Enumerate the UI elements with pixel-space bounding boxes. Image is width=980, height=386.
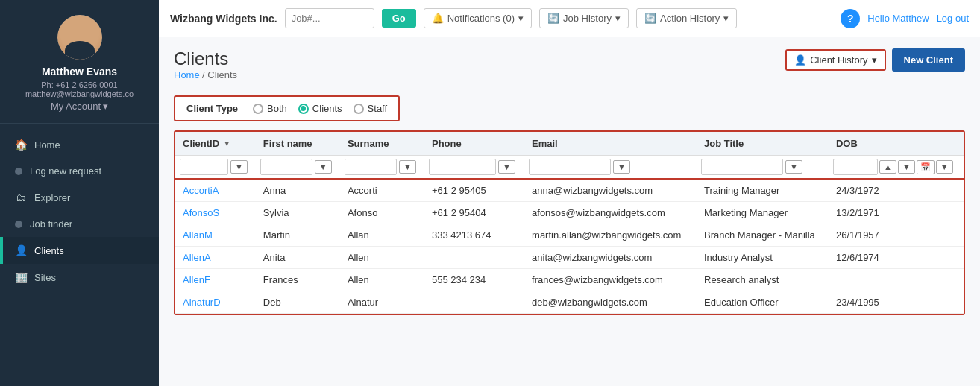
filter-phone: ▼ [424, 156, 524, 180]
person-icon: 👤 [15, 244, 27, 256]
filter-phone-button[interactable]: ▼ [498, 160, 515, 174]
cell-email: anita@wizbangwidgets.com [524, 247, 697, 269]
cell-first-name: Anita [256, 247, 340, 269]
filter-surname: ▼ [340, 156, 424, 180]
sidebar-item-label: Explorer [34, 192, 70, 203]
radio-group: Both Clients Staff [253, 103, 387, 114]
page-header: Clients Home / Clients 👤 Client History … [174, 48, 965, 92]
content-area: Clients Home / Clients 👤 Client History … [159, 37, 980, 386]
filter-email-input[interactable] [529, 159, 611, 175]
action-history-button[interactable]: 🔄 Action History ▾ [636, 8, 737, 28]
filter-surname-input[interactable] [345, 159, 397, 175]
main-area: Wizbang Widgets Inc. Go 🔔 Notifications … [159, 0, 980, 386]
job-search-input[interactable] [285, 8, 374, 28]
cell-surname: Afonso [340, 202, 424, 224]
hello-user-link[interactable]: Hello Matthew [867, 13, 929, 24]
sidebar: Matthew Evans Ph: +61 2 6266 0001 matthe… [0, 0, 159, 386]
cell-client-id: AlnaturD [175, 291, 256, 314]
filter-client-id-button[interactable]: ▼ [230, 160, 248, 174]
topnav: Wizbang Widgets Inc. Go 🔔 Notifications … [159, 0, 980, 37]
logout-link[interactable]: Log out [937, 13, 969, 24]
radio-both-label: Both [267, 103, 287, 114]
client-id-link[interactable]: AllanM [183, 230, 213, 241]
filter-job-title-input[interactable] [701, 159, 783, 175]
client-id-link[interactable]: AfonsoS [183, 207, 219, 218]
cell-job-title: Marketing Manager [697, 202, 829, 224]
cell-client-id: AllanM [175, 224, 256, 247]
col-first-name: First name [256, 132, 340, 156]
table-row: AccortiA Anna Accorti +61 2 95405 anna@w… [175, 179, 964, 202]
client-type-label: Client Type [186, 103, 238, 114]
go-button[interactable]: Go [382, 9, 416, 28]
filter-dob-spin-down[interactable]: ▼ [898, 160, 915, 174]
filter-client-id-input[interactable] [180, 159, 228, 175]
cell-dob: 12/6/1974 [829, 247, 964, 269]
client-id-link[interactable]: AllenA [183, 252, 211, 263]
cell-dob: 24/3/1972 [829, 179, 964, 202]
cell-job-title: Education Officer [697, 291, 829, 314]
sidebar-item-log-new-request[interactable]: Log new request [0, 158, 159, 184]
client-type-filter: Client Type Both Clients Staff [174, 95, 400, 121]
filter-dob-filter-button[interactable]: ▼ [936, 160, 953, 174]
chevron-down-icon: ▾ [103, 101, 108, 112]
sidebar-item-clients[interactable]: 👤 Clients [0, 237, 159, 264]
cell-job-title: Training Manager [697, 179, 829, 202]
filter-dob-calendar-button[interactable]: 📅 [917, 160, 935, 174]
sidebar-item-label: Job finder [30, 218, 72, 230]
filter-client-id: ▼ [175, 156, 256, 180]
sidebar-item-job-finder[interactable]: Job finder [0, 211, 159, 237]
sidebar-item-home[interactable]: 🏠 Home [0, 131, 159, 158]
cell-job-title: Industry Analyst [697, 247, 829, 269]
client-history-button[interactable]: 👤 Client History ▾ [785, 49, 885, 71]
sidebar-item-label: Home [34, 139, 60, 151]
cell-dob: 13/2/1971 [829, 202, 964, 224]
profile-email: matthew@wizbangwidgets.co [25, 89, 134, 98]
col-job-title: Job Title [697, 132, 829, 156]
client-id-link[interactable]: AlnaturD [183, 297, 221, 308]
home-icon: 🏠 [15, 139, 27, 151]
sidebar-item-explorer[interactable]: 🗂 Explorer [0, 184, 159, 211]
filter-first-name-button[interactable]: ▼ [315, 160, 332, 174]
table-row: AlnaturD Deb Alnatur deb@wizbangwidgets.… [175, 291, 964, 314]
radio-circle-staff [354, 104, 364, 114]
col-email: Email [524, 132, 697, 156]
help-button[interactable]: ? [841, 9, 860, 28]
cell-job-title: Branch Manager - Manilla [697, 224, 829, 247]
client-id-link[interactable]: AccortiA [183, 185, 219, 196]
job-history-button[interactable]: 🔄 Job History ▾ [539, 8, 629, 28]
my-account-link[interactable]: My Account ▾ [51, 101, 108, 112]
chevron-down-icon: ▾ [872, 54, 877, 66]
cell-email: frances@wizbangwidgets.com [524, 269, 697, 291]
radio-clients[interactable]: Clients [298, 103, 342, 114]
cell-dob [829, 269, 964, 291]
cell-surname: Allan [340, 224, 424, 247]
avatar [57, 15, 102, 60]
filter-phone-input[interactable] [429, 159, 496, 175]
radio-clients-label: Clients [312, 103, 342, 114]
radio-circle-clients [298, 104, 309, 114]
filter-job-title-button[interactable]: ▼ [785, 160, 802, 174]
filter-surname-button[interactable]: ▼ [399, 160, 416, 174]
brand-name: Wizbang Widgets Inc. [170, 13, 277, 25]
chevron-down-icon: ▾ [723, 13, 729, 24]
profile-phone: Ph: +61 2 6266 0001 [41, 80, 117, 89]
filter-dob-spin-up[interactable]: ▲ [879, 160, 896, 174]
radio-staff[interactable]: Staff [354, 103, 388, 114]
filter-dob-input[interactable] [833, 159, 878, 175]
sidebar-item-sites[interactable]: 🏢 Sites [0, 264, 159, 291]
breadcrumb-home-link[interactable]: Home [174, 69, 200, 80]
cell-first-name: Frances [256, 269, 340, 291]
cell-client-id: AccortiA [175, 179, 256, 202]
client-id-link[interactable]: AllenF [183, 274, 210, 285]
notifications-button[interactable]: 🔔 Notifications (0) ▾ [424, 8, 532, 28]
new-client-button[interactable]: New Client [892, 48, 965, 72]
page-actions: 👤 Client History ▾ New Client [785, 48, 965, 72]
filter-email-button[interactable]: ▼ [613, 160, 630, 174]
sidebar-item-label: Log new request [30, 165, 101, 177]
cell-email: martin.allan@wizbangwidgets.com [524, 224, 697, 247]
radio-both[interactable]: Both [253, 103, 287, 114]
clients-table: ClientID ▼ First name Surname Phone [175, 132, 964, 314]
cell-first-name: Sylvia [256, 202, 340, 224]
cell-first-name: Anna [256, 179, 340, 202]
filter-first-name-input[interactable] [260, 159, 312, 175]
